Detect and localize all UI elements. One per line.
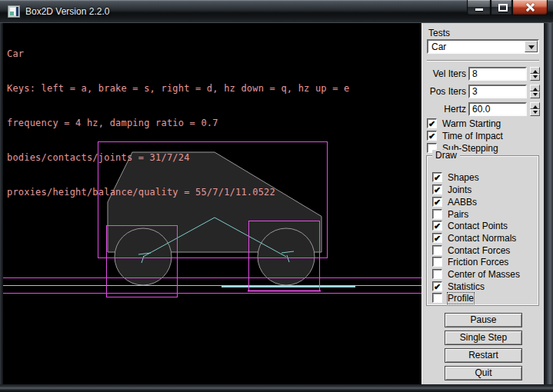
pause-button[interactable]: Pause <box>445 313 522 327</box>
checkbox-box[interactable]: ✔ <box>427 118 437 128</box>
checkbox-box[interactable]: ✔ <box>432 221 442 231</box>
checkbox-label: Center of Masses <box>448 269 520 280</box>
single-step-button[interactable]: Single Step <box>445 331 522 345</box>
checkbox-contact-normals[interactable]: ✔Contact Normals <box>432 232 516 243</box>
checkbox-contact-forces[interactable]: Contact Forces <box>432 244 510 255</box>
chevron-down-icon <box>528 45 535 52</box>
window-border-left <box>0 23 3 384</box>
checkbox-box[interactable]: ✔ <box>432 172 442 182</box>
tests-dropdown-value: Car <box>431 42 446 52</box>
arrow-down-icon <box>533 93 538 98</box>
checkbox-box[interactable]: ✔ <box>427 131 437 141</box>
app-window: Box2D Version 2.2.0 <box>0 0 553 392</box>
checkbox-warm-starting[interactable]: ✔Warm Starting <box>427 118 501 128</box>
checkbox-label: Shapes <box>448 172 479 183</box>
window-border-right <box>544 23 553 384</box>
tests-dropdown-button[interactable] <box>525 41 538 52</box>
pos-iters-input[interactable] <box>468 85 527 98</box>
tests-dropdown[interactable]: Car <box>427 39 539 54</box>
debug-text-overlay: Car Keys: left = a, brake = s, right = d… <box>7 25 349 221</box>
arrow-down-icon <box>533 111 538 116</box>
checkbox-time-of-impact[interactable]: ✔Time of Impact <box>427 130 503 141</box>
checkbox-label: Contact Forces <box>448 245 510 256</box>
simulation-canvas[interactable]: Car Keys: left = a, brake = s, right = d… <box>3 23 421 384</box>
checkbox-label: Contact Points <box>448 221 508 231</box>
window-title: Box2D Version 2.2.0 <box>25 6 109 17</box>
checkbox-box[interactable] <box>432 269 442 279</box>
tests-label: Tests <box>428 28 450 38</box>
checkbox-box[interactable] <box>432 245 442 255</box>
checkbox-label: Warm Starting <box>442 118 501 129</box>
checkbox-label: Friction Forces <box>448 257 508 267</box>
checkbox-box[interactable] <box>432 209 442 219</box>
checkbox-center-of-masses[interactable]: Center of Masses <box>432 268 520 279</box>
vel-iters-down-button[interactable] <box>530 74 540 81</box>
checkbox-pairs[interactable]: Pairs <box>432 208 468 219</box>
minimize-button[interactable] <box>467 0 491 15</box>
vel-iters-input[interactable] <box>468 67 527 81</box>
vel-iters-spinner <box>530 67 540 81</box>
checkbox-contact-points[interactable]: ✔Contact Points <box>432 220 508 231</box>
checkbox-box[interactable]: ✔ <box>432 184 442 194</box>
checkbox-box[interactable] <box>432 293 442 303</box>
checkbox-profile[interactable]: Profile <box>432 292 474 303</box>
pos-iters-up-button[interactable] <box>530 85 540 91</box>
hertz-spinner <box>530 102 540 116</box>
vel-iters-up-button[interactable] <box>530 67 540 74</box>
app-icon <box>8 5 20 18</box>
vel-iters-row: Vel Iters <box>422 67 545 81</box>
stats-proxies: proxies/height/balance/quality = 55/7/1/… <box>7 187 349 198</box>
title-bar[interactable]: Box2D Version 2.2.0 <box>0 0 553 23</box>
checkbox-friction-forces[interactable]: Friction Forces <box>432 256 508 267</box>
minimize-icon <box>475 8 483 11</box>
maximize-icon <box>498 4 508 12</box>
checkbox-box[interactable]: ✔ <box>432 197 442 207</box>
frequency-info: frequency = 4 hz, damping ratio = 0.7 <box>7 118 349 129</box>
hertz-up-button[interactable] <box>530 102 540 109</box>
close-icon <box>525 3 535 12</box>
hertz-row: Hertz <box>422 102 545 116</box>
control-panel: Tests Car Vel Iters Pos Iters <box>421 23 544 384</box>
checkbox-box[interactable]: ✔ <box>432 281 442 291</box>
hertz-label: Hertz <box>422 104 466 115</box>
arrow-down-icon <box>533 75 538 81</box>
maximize-button[interactable] <box>491 0 512 15</box>
draw-group-label: Draw <box>432 150 460 161</box>
checkbox-statistics[interactable]: ✔Statistics <box>432 281 485 291</box>
separator <box>427 60 539 61</box>
restart-button[interactable]: Restart <box>445 348 522 363</box>
caption-buttons <box>467 0 548 15</box>
pos-iters-spinner <box>530 85 540 98</box>
checkbox-label: Profile <box>448 293 474 304</box>
pos-iters-row: Pos Iters <box>422 85 545 98</box>
draw-group: Draw ✔Shapes ✔Joints ✔AABBs Pairs ✔Conta… <box>426 155 539 306</box>
checkbox-box[interactable] <box>432 257 442 267</box>
checkbox-label: AABBs <box>448 197 477 208</box>
window-border-bottom <box>0 384 553 392</box>
pos-iters-down-button[interactable] <box>530 91 540 98</box>
hertz-input[interactable] <box>468 102 527 116</box>
checkbox-label: Contact Normals <box>448 233 516 244</box>
checkbox-box[interactable]: ✔ <box>432 233 442 243</box>
vel-iters-label: Vel Iters <box>422 68 466 79</box>
arrow-up-icon <box>533 68 538 73</box>
checkbox-label: Pairs <box>448 209 468 220</box>
test-title: Car <box>7 48 349 60</box>
checkbox-shapes[interactable]: ✔Shapes <box>432 171 479 182</box>
checkbox-label: Time of Impact <box>442 131 503 141</box>
arrow-up-icon <box>533 103 538 108</box>
hertz-down-button[interactable] <box>530 109 540 116</box>
close-button[interactable] <box>512 0 548 15</box>
checkbox-label: Joints <box>448 184 471 195</box>
arrow-up-icon <box>533 85 538 91</box>
checkbox-aabbs[interactable]: ✔AABBs <box>432 196 477 207</box>
stats-bodies: bodies/contacts/joints = 31/7/24 <box>7 152 349 164</box>
checkbox-label: Statistics <box>448 281 485 292</box>
checkbox-joints[interactable]: ✔Joints <box>432 184 471 194</box>
pos-iters-label: Pos Iters <box>422 86 466 97</box>
quit-button[interactable]: Quit <box>445 366 522 380</box>
keys-help: Keys: left = a, brake = s, right = d, hz… <box>7 83 349 95</box>
